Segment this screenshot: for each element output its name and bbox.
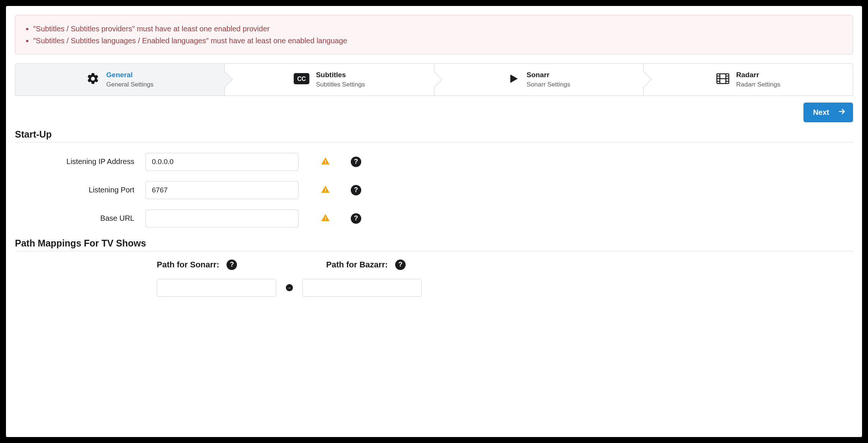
listening-port-input[interactable] bbox=[146, 181, 299, 199]
tab-general[interactable]: General General Settings bbox=[15, 64, 225, 95]
alert-message: "Subtitles / Subtitles languages / Enabl… bbox=[33, 35, 843, 46]
tab-sonarr[interactable]: Sonarr Sonarr Settings bbox=[434, 64, 644, 95]
arrow-right-circle-icon bbox=[286, 284, 293, 291]
arrow-right-icon bbox=[838, 108, 846, 117]
tab-title: Subtitles bbox=[316, 70, 365, 80]
next-button[interactable]: Next bbox=[803, 103, 853, 122]
tab-subtitle: Sonarr Settings bbox=[527, 81, 570, 89]
field-base-url: Base URL bbox=[15, 210, 853, 227]
field-listening-port: Listening Port bbox=[15, 181, 853, 199]
warning-icon bbox=[321, 213, 330, 224]
help-icon[interactable] bbox=[227, 260, 237, 270]
svg-rect-15 bbox=[325, 217, 326, 219]
help-icon[interactable] bbox=[351, 157, 361, 167]
tab-subtitle: General Settings bbox=[106, 81, 154, 89]
path-mapping-headers: Path for Sonarr: Path for Bazarr: bbox=[15, 260, 853, 270]
settings-wizard-window: "Subtitles / Subtitles providers" must h… bbox=[6, 6, 862, 437]
closed-caption-icon: CC bbox=[294, 73, 309, 86]
tab-title: Sonarr bbox=[527, 70, 570, 80]
tab-subtitle: Subtitles Settings bbox=[316, 81, 365, 89]
play-icon bbox=[507, 72, 520, 87]
field-listening-ip: Listening IP Address bbox=[15, 153, 853, 171]
svg-rect-14 bbox=[325, 191, 326, 192]
path-sonarr-input[interactable] bbox=[157, 279, 276, 297]
svg-text:CC: CC bbox=[297, 76, 306, 82]
tab-content-general: Next Start-Up Listening IP Address Liste bbox=[15, 96, 853, 297]
validation-alert: "Subtitles / Subtitles providers" must h… bbox=[15, 15, 853, 54]
film-icon bbox=[716, 73, 730, 86]
listening-ip-input[interactable] bbox=[146, 153, 299, 171]
next-button-label: Next bbox=[813, 108, 829, 117]
field-label: Listening IP Address bbox=[15, 157, 146, 166]
help-icon[interactable] bbox=[351, 185, 361, 195]
section-heading-path-tv: Path Mappings For TV Shows bbox=[15, 238, 853, 251]
svg-rect-11 bbox=[325, 160, 326, 162]
help-icon[interactable] bbox=[351, 213, 361, 224]
warning-icon bbox=[321, 157, 330, 167]
tab-radarr[interactable]: Radarr Radarr Settings bbox=[644, 64, 853, 95]
section-heading-startup: Start-Up bbox=[15, 129, 853, 142]
field-label: Base URL bbox=[15, 214, 146, 223]
help-icon[interactable] bbox=[395, 260, 406, 270]
tab-subtitle: Radarr Settings bbox=[736, 81, 780, 89]
tab-title: General bbox=[106, 70, 154, 80]
svg-rect-16 bbox=[325, 219, 326, 220]
svg-rect-12 bbox=[325, 163, 326, 163]
path-mapping-row bbox=[157, 279, 853, 297]
field-label: Listening Port bbox=[15, 186, 146, 194]
wizard-tabs: General General Settings CC Subtitles Su… bbox=[15, 63, 853, 96]
alert-message: "Subtitles / Subtitles providers" must h… bbox=[33, 23, 843, 34]
tab-title: Radarr bbox=[736, 70, 780, 80]
base-url-input[interactable] bbox=[146, 210, 299, 227]
path-bazarr-label: Path for Bazarr: bbox=[326, 260, 388, 270]
path-bazarr-input[interactable] bbox=[302, 279, 422, 297]
tab-subtitles[interactable]: CC Subtitles Subtitles Settings bbox=[225, 64, 434, 95]
warning-icon bbox=[321, 185, 330, 195]
gear-icon bbox=[86, 72, 100, 87]
svg-rect-13 bbox=[325, 188, 326, 191]
path-sonarr-label: Path for Sonarr: bbox=[157, 260, 219, 270]
